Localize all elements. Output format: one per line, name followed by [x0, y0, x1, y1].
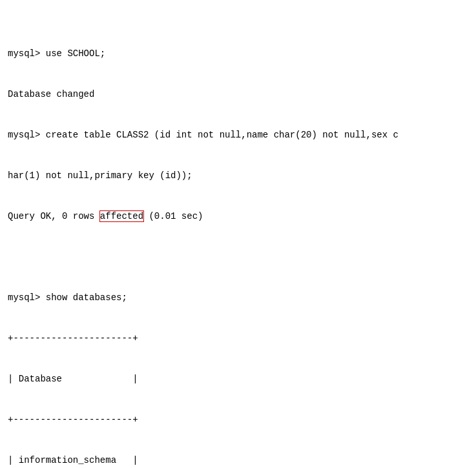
highlight-affected: affected [100, 211, 143, 221]
line-create-table-2: har(1) not null,primary key (id)); [8, 169, 468, 183]
line-use-school: mysql> use SCHOOL; [8, 47, 468, 61]
output-create-2: har(1) not null,primary key (id)); [8, 170, 192, 181]
line-table-header-1: | Database | [8, 372, 468, 386]
terminal-output: mysql> use SCHOOL; Database changed mysq… [8, 6, 468, 468]
prompt-show-db: mysql> show databases; [8, 292, 127, 303]
prompt-create: mysql> create table CLASS2 (id int not n… [8, 130, 398, 140]
line-create-table-1: mysql> create table CLASS2 (id int not n… [8, 128, 468, 142]
line-blank-1 [8, 250, 468, 264]
line-query-ok-create: Query OK, 0 rows affected (0.01 sec) [8, 210, 468, 223]
output-db-changed: Database changed [8, 89, 94, 99]
prompt-use: mysql> use SCHOOL; [8, 48, 105, 59]
line-show-databases: mysql> show databases; [8, 291, 468, 305]
line-db-changed: Database changed [8, 88, 468, 101]
line-table-top-1: +----------------------+ [8, 332, 468, 345]
line-table-sep-1: +----------------------+ [8, 413, 468, 427]
output-query-ok-create: Query OK, 0 rows affected (0.01 sec) [8, 211, 203, 221]
line-table-info-schema: | information_schema | [8, 454, 468, 467]
